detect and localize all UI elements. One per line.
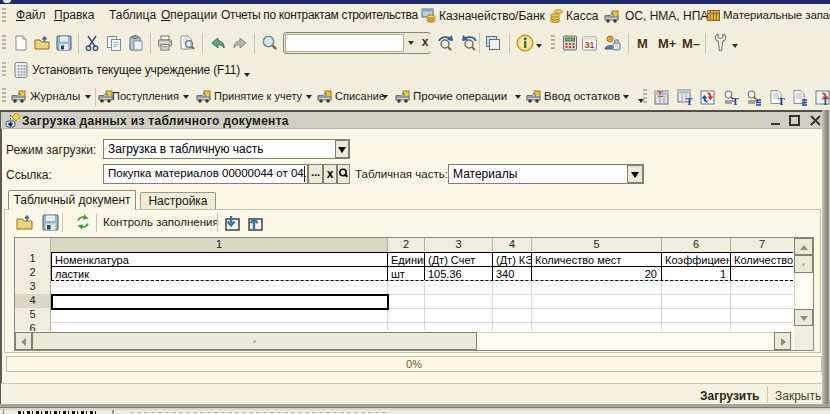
svg-text:T: T: [732, 96, 739, 106]
svg-text:Σ: Σ: [658, 90, 663, 99]
svg-text:31: 31: [584, 40, 594, 50]
svg-text:T: T: [822, 96, 829, 106]
svg-text:T: T: [778, 96, 785, 106]
svg-text:T: T: [686, 96, 693, 106]
